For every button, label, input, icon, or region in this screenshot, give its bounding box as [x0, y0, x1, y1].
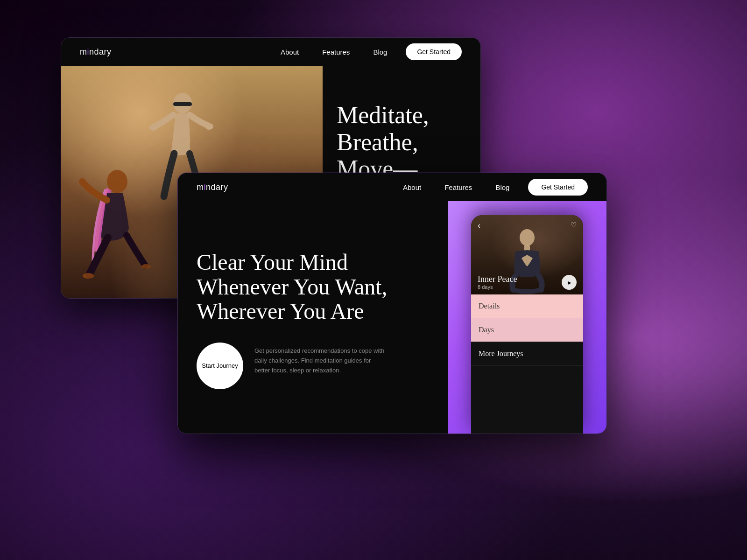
- phone-heart-icon[interactable]: ♡: [571, 221, 577, 229]
- front-headline-line2: Whenever You Want,: [197, 274, 388, 299]
- back-nav-about[interactable]: About: [281, 48, 299, 56]
- front-nav-features[interactable]: Features: [444, 183, 472, 191]
- svg-point-5: [149, 124, 158, 131]
- phone-play-button[interactable]: [562, 275, 577, 290]
- back-get-started-button[interactable]: Get Started: [406, 43, 462, 60]
- back-nav-features[interactable]: Features: [322, 48, 350, 56]
- svg-rect-4: [173, 102, 192, 106]
- back-card-nav-links: About Features Blog: [281, 48, 387, 56]
- front-card-logo: mindary: [197, 182, 228, 192]
- logo-dot: i: [87, 47, 90, 56]
- front-headline-line1: Clear Your Mind: [197, 250, 348, 274]
- phone-header: ‹ ♡ Inner Peace 8 days: [471, 215, 583, 294]
- phone-menu-more-journeys[interactable]: More Journeys: [471, 342, 583, 366]
- front-get-started-button[interactable]: Get Started: [528, 179, 588, 196]
- svg-point-2: [141, 264, 151, 269]
- phone-mockup: ‹ ♡ Inner Peace 8 days: [471, 215, 583, 434]
- svg-point-6: [205, 123, 213, 130]
- start-journey-label: Start Journey: [202, 362, 238, 370]
- phone-content-title: Inner Peace: [478, 274, 517, 284]
- hero-description: Get personalized recommendations to cope…: [254, 343, 385, 375]
- phone-menu: Details Days More Journeys: [471, 294, 583, 434]
- phone-menu-days[interactable]: Days: [471, 318, 583, 342]
- front-card-nav-links: About Features Blog: [403, 183, 509, 191]
- start-journey-section: Start Journey Get personalized recommend…: [197, 343, 429, 389]
- back-card-navbar: mimindaryndary About Features Blog Get S…: [61, 38, 480, 66]
- phone-content-info: Inner Peace 8 days: [478, 274, 517, 290]
- front-headline-line3: Wherever You Are: [197, 299, 364, 323]
- scene-container: mimindaryndary About Features Blog Get S…: [37, 23, 710, 537]
- svg-point-0: [107, 170, 127, 193]
- front-nav-blog[interactable]: Blog: [495, 183, 509, 191]
- phone-menu-more-journeys-label: More Journeys: [479, 350, 523, 358]
- phone-menu-details-label: Details: [479, 302, 500, 310]
- front-card-navbar: mindary About Features Blog Get Started: [178, 173, 606, 201]
- start-journey-button[interactable]: Start Journey: [197, 343, 243, 389]
- front-nav-about[interactable]: About: [403, 183, 421, 191]
- right-panel: ‹ ♡ Inner Peace 8 days: [448, 201, 606, 434]
- phone-menu-days-label: Days: [479, 326, 494, 334]
- phone-back-arrow[interactable]: ‹: [478, 221, 480, 231]
- phone-menu-details[interactable]: Details: [471, 294, 583, 318]
- svg-point-1: [83, 273, 94, 279]
- back-headline-line1: Meditate, Breathe,: [337, 102, 429, 155]
- front-logo-dot: i: [204, 182, 206, 192]
- front-card: mindary About Features Blog Get Started …: [177, 173, 607, 434]
- phone-title-section: Inner Peace 8 days: [478, 274, 577, 290]
- back-nav-blog[interactable]: Blog: [373, 48, 387, 56]
- front-card-main-content: Clear Your Mind Whenever You Want, Where…: [178, 201, 606, 434]
- back-card-logo: mimindaryndary: [80, 47, 112, 57]
- phone-content-days: 8 days: [478, 284, 517, 290]
- svg-point-7: [520, 229, 535, 246]
- front-card-headline: Clear Your Mind Whenever You Want, Where…: [197, 250, 429, 324]
- left-panel: Clear Your Mind Whenever You Want, Where…: [178, 201, 448, 434]
